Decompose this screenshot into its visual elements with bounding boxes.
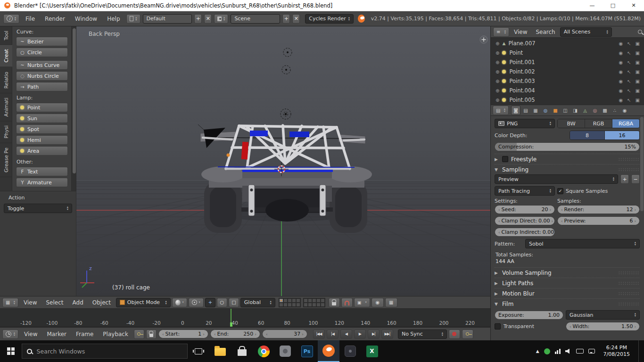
chat-tray-icon[interactable] bbox=[588, 349, 595, 354]
windows-store-button[interactable] bbox=[231, 340, 253, 362]
select-arrow-icon[interactable]: ↖ bbox=[627, 50, 631, 56]
tab-modifiers-icon[interactable]: ◨ bbox=[570, 106, 580, 115]
tab-tools[interactable]: Tool bbox=[0, 26, 12, 45]
delete-layout-button[interactable]: ✕ bbox=[204, 14, 212, 24]
add-scene-button[interactable]: + bbox=[282, 14, 290, 24]
outliner-display-dropdown[interactable]: All Scenes ▴▾ bbox=[560, 27, 612, 37]
add-bezier-button[interactable]: ~ Bezier bbox=[16, 37, 68, 46]
channel-rgba-button[interactable]: RGBA bbox=[612, 119, 639, 128]
tab-physics[interactable]: Physi bbox=[0, 121, 12, 143]
frame-start-field[interactable]: ‹ Start: 1 › bbox=[158, 329, 208, 338]
tab-render-icon[interactable]: ◙ bbox=[511, 106, 520, 115]
motion-blur-panel-header[interactable]: ▶ Motion Blur bbox=[495, 288, 640, 298]
network-tray-icon[interactable] bbox=[555, 349, 561, 354]
freestyle-checkbox[interactable] bbox=[502, 156, 508, 162]
add-preset-button[interactable]: + bbox=[620, 174, 629, 184]
expand-icon[interactable]: ⊕ bbox=[495, 88, 499, 93]
tray-expand-chevron-icon[interactable]: ▲ bbox=[536, 349, 539, 354]
eye-icon[interactable]: ◉ bbox=[619, 50, 623, 56]
tab-object-data-icon[interactable]: ◬ bbox=[580, 106, 590, 115]
add-text-button[interactable]: F Text bbox=[16, 167, 68, 176]
expand-icon[interactable]: ⊕ bbox=[495, 98, 499, 103]
current-frame-playhead[interactable] bbox=[231, 309, 231, 327]
pattern-dropdown[interactable]: Sobol ▴▾ bbox=[525, 239, 640, 248]
camera-icon[interactable]: ▣ bbox=[636, 50, 640, 56]
outliner-item-point[interactable]: ⊕ Point ◉ ↖ ▣ bbox=[493, 48, 643, 58]
exposure-slider[interactable]: Exposure: 1.00 bbox=[495, 311, 563, 320]
tab-object-icon[interactable]: ■ bbox=[551, 106, 560, 115]
expand-icon[interactable]: ⊕ bbox=[495, 79, 499, 84]
keyboard-tray-icon[interactable] bbox=[576, 349, 584, 354]
volume-sampling-panel-header[interactable]: ▶ Volume Sampling bbox=[495, 267, 640, 278]
frame-end-field[interactable]: ‹ End: 250 › bbox=[210, 329, 260, 338]
clamp-indirect-field[interactable]: ‹ Clamp Indirect: 0.00 › bbox=[495, 228, 555, 237]
menu-help[interactable]: Help bbox=[103, 16, 124, 22]
jump-to-end-button[interactable]: ▶▶| bbox=[381, 329, 393, 339]
add-nurbs-circle-button[interactable]: ◌ Nurbs Circle bbox=[16, 71, 68, 81]
camera-icon[interactable]: ▣ bbox=[636, 98, 640, 103]
select-arrow-icon[interactable]: ↖ bbox=[627, 98, 631, 103]
close-button[interactable]: ✕ bbox=[623, 0, 644, 11]
search-icon[interactable] bbox=[638, 30, 642, 34]
editor-type-timeline-button[interactable]: ▴▾ bbox=[2, 329, 18, 339]
editor-type-properties-button[interactable]: ▤ ▴▾ bbox=[493, 106, 509, 115]
app-dark-button[interactable] bbox=[339, 340, 361, 362]
add-nurbs-curve-button[interactable]: ~ Nurbs Curve bbox=[16, 60, 68, 70]
menu-outliner-search[interactable]: Search bbox=[532, 29, 559, 35]
blender-app-icon[interactable] bbox=[4, 2, 10, 8]
add-hemi-lamp-button[interactable]: Hemi bbox=[16, 135, 68, 145]
eye-icon[interactable]: ◉ bbox=[619, 98, 623, 103]
filter-width-field[interactable]: ‹ Width: 1.50 › bbox=[566, 322, 640, 331]
tab-constraints-icon[interactable]: ◫ bbox=[561, 106, 570, 115]
editor-type-outliner-button[interactable]: ≡ ▴▾ bbox=[493, 27, 509, 37]
keying-set-button[interactable] bbox=[462, 329, 473, 339]
render-samples-field[interactable]: ‹ Render: 12 › bbox=[557, 205, 640, 214]
play-button[interactable]: ▶ bbox=[354, 329, 366, 339]
light-paths-panel-header[interactable]: ▶ Light Paths bbox=[495, 278, 640, 288]
camera-icon[interactable]: ▣ bbox=[636, 69, 640, 74]
expand-icon[interactable]: ⊕ bbox=[495, 50, 499, 56]
excel-button[interactable]: X bbox=[361, 340, 383, 362]
render-engine-dropdown[interactable]: Cycles Render ▴▾ bbox=[305, 14, 354, 24]
show-desktop-button[interactable] bbox=[638, 340, 641, 362]
blender-taskbar-button[interactable] bbox=[318, 340, 339, 362]
select-arrow-icon[interactable]: ↖ bbox=[627, 60, 631, 65]
tab-grease-pencil[interactable]: Grease Pe bbox=[0, 143, 12, 177]
add-layout-button[interactable]: + bbox=[194, 14, 202, 24]
manipulator-translate-button[interactable]: + bbox=[205, 298, 215, 307]
viewport-canvas[interactable]: z Back Persp (37) roll cage bbox=[76, 26, 490, 296]
menu-add[interactable]: Add bbox=[69, 299, 87, 306]
outliner-item-point005[interactable]: ⊕ Point.005 ◉ ↖ ▣ bbox=[493, 95, 643, 105]
viewport-shading-dropdown[interactable]: ▾ bbox=[172, 298, 187, 307]
outliner-item-point002[interactable]: ⊕ Point.002 ◉ ↖ ▣ bbox=[493, 67, 643, 76]
taskbar-clock[interactable]: 6:24 PM 7/08/2015 bbox=[600, 345, 634, 358]
integrator-dropdown[interactable]: Path Tracing ▴▾ bbox=[495, 186, 555, 196]
depth-8-button[interactable]: 8 bbox=[570, 131, 605, 140]
file-format-dropdown[interactable]: PNG ▴▾ bbox=[495, 119, 555, 128]
tab-animation[interactable]: Animati bbox=[0, 93, 12, 121]
add-circle-button[interactable]: ○ Circle bbox=[16, 48, 68, 57]
tab-create[interactable]: Creat bbox=[0, 45, 12, 67]
auto-keyframe-button[interactable] bbox=[134, 329, 144, 339]
menu-tl-marker[interactable]: Marker bbox=[43, 331, 70, 337]
expand-icon[interactable]: ⊕ bbox=[495, 41, 499, 46]
freestyle-panel-header[interactable]: ▶ Freestyle bbox=[495, 154, 640, 164]
opengl-render-still-button[interactable]: ◉ bbox=[372, 298, 384, 307]
eye-icon[interactable]: ◉ bbox=[619, 60, 623, 65]
timeline-ruler[interactable]: -120 -100 -80 -60 -40 -20 0 20 40 60 80 … bbox=[0, 309, 490, 327]
select-arrow-icon[interactable]: ↖ bbox=[627, 79, 631, 84]
eye-icon[interactable]: ◉ bbox=[619, 88, 623, 93]
tab-relations[interactable]: Relatio bbox=[0, 67, 12, 93]
editor-type-view3d-button[interactable]: ▦ ▴▾ bbox=[2, 298, 18, 307]
menu-object[interactable]: Object bbox=[89, 299, 115, 306]
add-path-button[interactable]: → Path bbox=[16, 82, 68, 91]
outliner-item-point004[interactable]: ⊕ Point.004 ◉ ↖ ▣ bbox=[493, 86, 643, 95]
camera-icon[interactable]: ▣ bbox=[636, 88, 640, 93]
outliner-item-plane007[interactable]: ⊕ ▲ Plane.007 ◉ ↖ ▣ bbox=[493, 39, 643, 48]
eye-icon[interactable]: ◉ bbox=[619, 79, 623, 84]
scene-field[interactable]: Scene bbox=[231, 14, 280, 24]
add-area-lamp-button[interactable]: Area bbox=[16, 146, 68, 156]
transparent-checkbox[interactable] bbox=[495, 323, 501, 329]
record-button[interactable] bbox=[449, 329, 460, 339]
snap-toggle-button[interactable] bbox=[341, 298, 353, 307]
